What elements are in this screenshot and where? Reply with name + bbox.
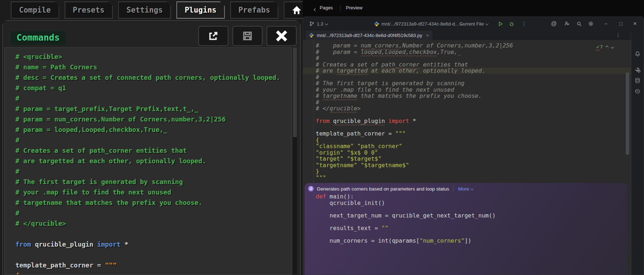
left-scrollbar-thumb[interactable]	[293, 48, 297, 137]
export-button[interactable]	[198, 26, 228, 46]
prev-problem-icon[interactable]	[606, 45, 608, 48]
project-path: mnt/.../972313a9-df27-434c-8e6d-d...	[381, 21, 459, 27]
ai-hint-more-link[interactable]: More	[458, 186, 473, 192]
code-line: # targetname that matches the prefix you…	[303, 93, 631, 99]
code-editor[interactable]: # param = num_corners,Number of Corners,…	[303, 40, 631, 275]
tab-plugins[interactable]: Plugins	[176, 1, 225, 19]
pages-toolbar: Pages Preview	[303, 0, 644, 17]
chevron-down-icon	[325, 22, 328, 25]
editor-scrollbar-thumb[interactable]	[626, 72, 629, 155]
code-line: # compat = q1	[15, 83, 291, 93]
code-line	[303, 112, 631, 118]
git-branch-selector[interactable]: 1.3	[309, 17, 328, 31]
tab-settings[interactable]: Settings	[118, 1, 171, 19]
code-line: template_path_corner = """	[303, 130, 631, 137]
more-actions-kebab-icon[interactable]: ⋮	[519, 17, 529, 31]
code-line: # param = num_corners,Number of Corners,…	[15, 114, 291, 124]
code-line: # param = num_corners,Number of Corners,…	[303, 42, 631, 49]
close-button[interactable]	[267, 26, 297, 46]
code-line: "target" "$target$"	[303, 156, 631, 162]
code-line: template_path_corner = """	[15, 260, 291, 270]
database-icon[interactable]	[631, 76, 644, 85]
divider	[453, 186, 454, 191]
search-icon[interactable]	[574, 17, 584, 31]
debug-button[interactable]	[506, 17, 517, 31]
run-button[interactable]	[495, 17, 506, 31]
code-line: # name = Path Corners	[15, 62, 291, 72]
code-line: results_text = ""	[303, 225, 631, 232]
minimize-button[interactable]: −	[601, 17, 611, 31]
back-icon[interactable]	[314, 6, 316, 12]
close-icon	[276, 30, 287, 42]
code-line	[303, 231, 631, 238]
code-line: # The first target is generated by scann…	[15, 177, 291, 187]
run-config-selector[interactable]: Current File	[459, 17, 488, 31]
inspections-widget[interactable]: ✓ 7	[596, 44, 613, 50]
tab-filename: mnt/.../972313a9-df27-434c-8e6d-d0f4f519…	[317, 33, 422, 38]
project-selector[interactable]: mnt/.../972313a9-df27-434c-8e6d-d...	[374, 17, 463, 31]
editor-tab-bar: mnt/.../972313a9-df27-434c-8e6d-d0f4f519…	[303, 31, 631, 40]
git-branch-icon	[309, 21, 315, 27]
code-line: # </qrucible>	[15, 218, 291, 229]
tab-close-icon[interactable]: ×	[426, 33, 429, 38]
save-button[interactable]	[232, 26, 263, 46]
pages-link[interactable]: Pages	[320, 5, 333, 10]
left-scrollbar[interactable]	[292, 47, 297, 275]
code-line: num_corners = int(qparams["num_corners"]…	[303, 238, 631, 244]
tab-presets[interactable]: Presets	[65, 1, 113, 19]
code-with-me-icon[interactable]	[561, 17, 572, 31]
code-line	[303, 219, 631, 225]
code-line: # Creates a set of path_corner entities …	[15, 145, 291, 156]
code-line: "classname" "path_corner"	[303, 143, 631, 150]
home-icon	[291, 5, 302, 15]
code-line: # your .map file to find the next unused	[303, 87, 631, 93]
settings-gear-icon[interactable]	[585, 17, 596, 31]
inspection-check-icon: ✓	[596, 45, 600, 50]
code-line: #	[15, 93, 291, 104]
code-line: #	[303, 99, 631, 106]
code-line: # Creates a set of path_corner entities …	[303, 61, 631, 68]
commands-panel: Commands # <qrucible># name	[2, 20, 301, 275]
ai-assistant-icon[interactable]: @	[548, 17, 559, 31]
next-problem-icon[interactable]	[611, 45, 614, 48]
right-code-lines: # param = num_corners,Number of Corners,…	[303, 40, 631, 244]
editor-tab-active[interactable]: mnt/.../972313a9-df27-434c-8e6d-d0f4f519…	[306, 31, 432, 40]
code-line: #	[15, 208, 291, 218]
branch-name: 1.3	[317, 21, 323, 27]
preview-link[interactable]: Preview	[346, 5, 362, 10]
code-line: {	[15, 270, 291, 275]
code-line: #	[15, 135, 291, 145]
maximize-button[interactable]: □	[616, 17, 626, 31]
code-line: # param = looped,Looped,checkbox,True,_	[15, 124, 291, 135]
code-line: "targetname" "$targetname$"	[303, 162, 631, 169]
code-line: # targetname that matches the prefix you…	[15, 197, 291, 208]
window-close-button[interactable]: ×	[630, 17, 640, 31]
tab-options-kebab-icon[interactable]: ⋮	[616, 32, 621, 38]
python-icon	[309, 32, 314, 38]
code-line: qcrucible_init()	[303, 200, 631, 206]
code-line: # are targetted at each other, optionall…	[15, 156, 291, 166]
code-line	[303, 124, 631, 131]
ai-logo-icon	[308, 186, 314, 192]
code-line: #	[15, 166, 291, 177]
history-clock-icon[interactable]	[631, 87, 644, 96]
notifications-bell-icon[interactable]	[631, 49, 644, 59]
code-line	[15, 249, 291, 260]
code-line: "origin" "$x$ 0 0"	[303, 150, 631, 156]
ai-chat-icon[interactable]	[631, 65, 644, 74]
code-line: """	[303, 175, 631, 181]
left-code-lines: # <qrucible># name = Path Corners# desc …	[5, 48, 291, 275]
code-line: # param = looped,Looped,checkbox,True,_	[303, 49, 631, 55]
tab-prefabs[interactable]: Prefabs	[230, 1, 279, 19]
ai-hint-row: Generates path corners based on paramete…	[308, 186, 621, 192]
save-icon	[242, 31, 253, 41]
code-line: # param = target_prefix,Target Prefix,te…	[15, 104, 291, 114]
python-icon	[374, 21, 379, 27]
ai-hint-text: Generates path corners based on paramete…	[317, 186, 449, 192]
tab-compile[interactable]: Compile	[11, 1, 59, 19]
code-line: {	[303, 137, 631, 143]
code-line: }	[303, 168, 631, 175]
plugin-code-editor[interactable]: # <qrucible># name = Path Corners# desc …	[4, 47, 292, 275]
inspection-count: 7	[600, 45, 603, 50]
export-icon	[208, 31, 219, 41]
